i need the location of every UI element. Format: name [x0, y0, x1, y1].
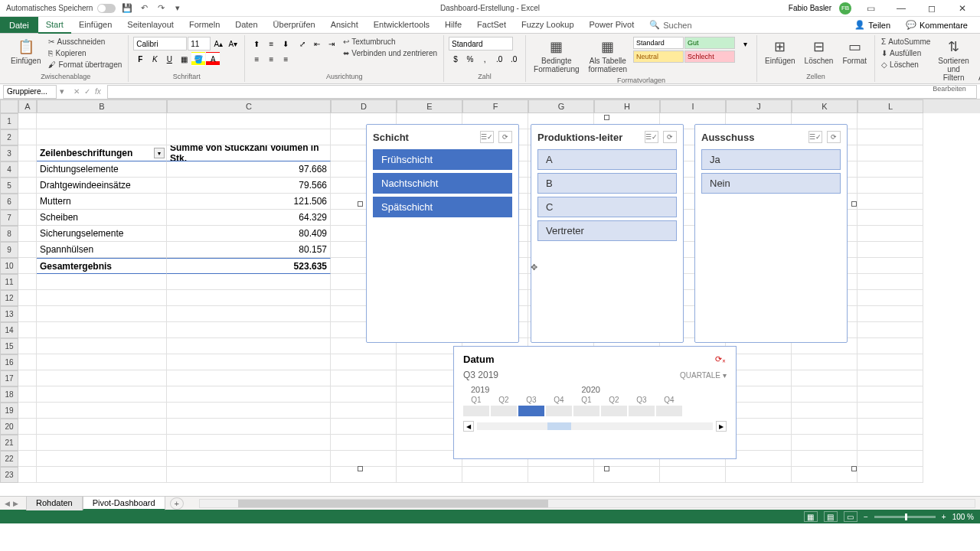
slicer-item[interactable]: B: [537, 173, 677, 194]
decrease-indent-icon[interactable]: ⇤: [310, 37, 324, 51]
cell[interactable]: [18, 386, 37, 403]
slicer-item[interactable]: C: [537, 197, 677, 217]
align-center-icon[interactable]: ≡: [264, 52, 278, 66]
row-header[interactable]: 22: [0, 451, 18, 467]
tab-ansicht[interactable]: Ansicht: [323, 17, 366, 32]
cell[interactable]: [37, 451, 167, 467]
font-name-select[interactable]: [133, 37, 187, 51]
styles-more-icon[interactable]: ▾: [738, 37, 752, 51]
cell[interactable]: [37, 113, 167, 129]
slicer-ausschuss[interactable]: Ausschuss ☰✓ ⟳ JaNein: [694, 124, 848, 343]
cell[interactable]: [37, 306, 167, 322]
cell[interactable]: Sicherungselemente: [37, 226, 167, 242]
tab-einfügen[interactable]: Einfügen: [71, 17, 119, 32]
cell[interactable]: [18, 258, 37, 274]
timeline-bar[interactable]: [546, 406, 572, 416]
cell[interactable]: [167, 290, 331, 306]
cell[interactable]: Dichtungselemente: [37, 161, 167, 178]
style-standard[interactable]: Standard: [633, 37, 684, 49]
cell[interactable]: [331, 370, 397, 386]
cell[interactable]: [792, 370, 858, 386]
cell[interactable]: [167, 451, 331, 467]
bold-button[interactable]: F: [133, 52, 147, 66]
select-all-corner[interactable]: [0, 99, 18, 113]
row-header[interactable]: 16: [0, 354, 18, 370]
cell[interactable]: [858, 419, 923, 435]
row-header[interactable]: 15: [0, 338, 18, 354]
row-header[interactable]: 20: [0, 419, 18, 435]
cell[interactable]: [167, 274, 331, 290]
col-header[interactable]: E: [397, 99, 462, 113]
slicer-item[interactable]: Nein: [701, 173, 841, 194]
decrease-font-icon[interactable]: A▾: [226, 37, 240, 51]
cell[interactable]: [167, 113, 331, 129]
row-header[interactable]: 3: [0, 145, 18, 161]
group-handle-icon[interactable]: [851, 466, 857, 471]
cell[interactable]: [18, 306, 37, 322]
cell[interactable]: [18, 290, 37, 306]
timeline-level-select[interactable]: QUARTALE ▾: [680, 370, 727, 380]
tab-überprüfen[interactable]: Überprüfen: [266, 17, 323, 32]
style-gut[interactable]: Gut: [684, 37, 735, 49]
timeline-bar[interactable]: [629, 406, 655, 416]
align-bottom-icon[interactable]: ⬇: [279, 37, 292, 51]
tab-seitenlayout[interactable]: Seitenlayout: [119, 17, 181, 32]
autosave-toggle[interactable]: Automatisches Speichern: [6, 4, 116, 13]
currency-icon[interactable]: $: [449, 52, 462, 66]
cell[interactable]: [858, 403, 923, 419]
tab-fuzzy lookup[interactable]: Fuzzy Lookup: [514, 17, 581, 32]
maximize-icon[interactable]: ◻: [920, 2, 943, 15]
fx-icon[interactable]: fx: [95, 87, 101, 96]
cell[interactable]: [331, 435, 397, 451]
row-header[interactable]: 4: [0, 161, 18, 178]
group-handle-icon[interactable]: [604, 115, 609, 120]
tab-power pivot[interactable]: Power Pivot: [582, 17, 642, 32]
toggle-off-icon[interactable]: [97, 4, 116, 13]
timeline-bar[interactable]: [491, 406, 517, 416]
row-header[interactable]: 1: [0, 113, 18, 129]
sheet-tab[interactable]: Rohdaten: [26, 496, 83, 510]
user-avatar-icon[interactable]: FB: [839, 2, 851, 15]
cell[interactable]: [858, 210, 923, 226]
save-icon[interactable]: 💾: [122, 3, 132, 14]
cell[interactable]: [858, 113, 923, 129]
tab-hilfe[interactable]: Hilfe: [437, 17, 469, 32]
row-header[interactable]: 12: [0, 290, 18, 306]
cell[interactable]: [792, 419, 858, 435]
slicer-item[interactable]: A: [537, 149, 677, 170]
slicer-produktionsleiter[interactable]: Produktions-leiter ☰✓ ⟳ ABCVertreter: [531, 124, 684, 343]
clear-filter-icon[interactable]: ⟳: [498, 131, 512, 143]
cell[interactable]: [462, 467, 528, 483]
cell[interactable]: [858, 354, 923, 370]
col-header[interactable]: K: [792, 99, 858, 113]
cell[interactable]: Zeilenbeschriftungen▼: [37, 145, 167, 161]
pivot-filter-icon[interactable]: ▼: [154, 148, 165, 158]
qat-customize-icon[interactable]: ▾: [172, 3, 183, 14]
col-header[interactable]: L: [858, 99, 923, 113]
horizontal-scrollbar[interactable]: [199, 499, 975, 508]
row-header[interactable]: 18: [0, 386, 18, 403]
cell[interactable]: [37, 435, 167, 451]
cell[interactable]: [858, 386, 923, 403]
style-schlecht[interactable]: Schlecht: [684, 51, 735, 63]
slicer-item[interactable]: Nachtschicht: [373, 173, 512, 194]
cell[interactable]: [18, 419, 37, 435]
cell[interactable]: [37, 322, 167, 338]
font-color-button[interactable]: A: [206, 52, 220, 66]
percent-icon[interactable]: %: [463, 52, 477, 66]
merge-center-button[interactable]: ⬌Verbinden und zentrieren: [341, 48, 439, 58]
group-handle-icon[interactable]: [358, 201, 363, 207]
cell[interactable]: [18, 354, 37, 370]
cell[interactable]: [397, 467, 462, 483]
col-header[interactable]: F: [462, 99, 528, 113]
row-header[interactable]: 8: [0, 226, 18, 242]
timeline-datum[interactable]: Datum ⟳ₓ Q3 2019 QUARTALE ▾ 20192020 Q1Q…: [453, 346, 737, 459]
cell[interactable]: [792, 451, 858, 467]
row-header[interactable]: 11: [0, 274, 18, 290]
row-header[interactable]: 17: [0, 370, 18, 386]
zoom-level[interactable]: 100 %: [952, 513, 974, 521]
ribbon-display-icon[interactable]: ▭: [859, 2, 882, 15]
cell[interactable]: [331, 403, 397, 419]
cell[interactable]: [18, 242, 37, 258]
cell[interactable]: [167, 338, 331, 354]
